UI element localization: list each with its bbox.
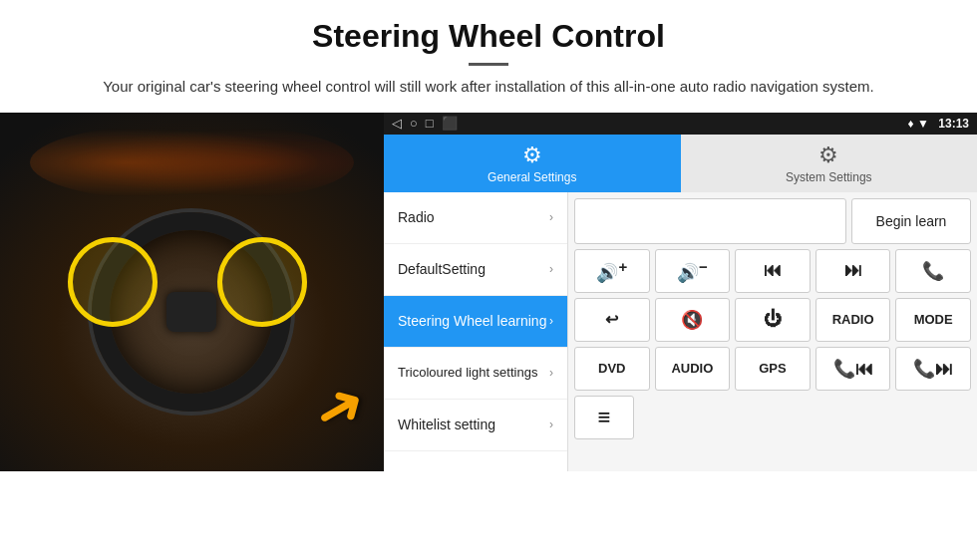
audio-button[interactable]: AUDIO (655, 347, 731, 391)
control-row-4: ≡ (574, 396, 971, 439)
page-subtitle: Your original car's steering wheel contr… (40, 76, 937, 99)
home-nav-icon[interactable]: ○ (410, 116, 418, 131)
mute-icon: 🔇 (681, 309, 703, 331)
menu-list-icon: ≡ (598, 405, 611, 430)
status-bar-nav: ◁ ○ □ ⬛ (392, 116, 458, 131)
page-header: Steering Wheel Control Your original car… (0, 0, 977, 109)
phone-answer-button[interactable]: 📞 (895, 249, 971, 293)
menu-default-label: DefaultSetting (398, 261, 486, 277)
tel-prev-icon: 📞⏮ (833, 358, 873, 380)
mode-label: MODE (914, 312, 953, 327)
screenshot-nav-icon[interactable]: ⬛ (442, 116, 458, 131)
next-track-button[interactable]: ⏭ (815, 249, 891, 293)
radio-button[interactable]: RADIO (815, 298, 891, 342)
tab-system-label: System Settings (786, 170, 872, 184)
headunit: ◁ ○ □ ⬛ ♦ ▼ 13:13 ⚙ General Settings ⚙ S… (384, 113, 977, 471)
menu-steering-label: Steering Wheel learning (398, 313, 546, 329)
back-nav-icon[interactable]: ◁ (392, 116, 402, 131)
radio-label: RADIO (832, 312, 874, 327)
prev-track-button[interactable]: ⏮ (735, 249, 811, 293)
menu-icon-button[interactable]: ≡ (574, 396, 634, 439)
car-image-area: ➜ (0, 113, 384, 471)
chevron-icon: › (549, 210, 553, 224)
header-divider (469, 63, 508, 66)
control-row-3: DVD AUDIO GPS 📞⏮ 📞⏭ (574, 347, 971, 391)
chevron-icon: › (549, 262, 553, 276)
gps-icon: ♦ (908, 117, 914, 131)
menu-list: Radio › DefaultSetting › Steering Wheel … (384, 192, 568, 471)
menu-tricoloured-label: Tricoloured light settings (398, 365, 537, 382)
tel-next-button[interactable]: 📞⏭ (895, 347, 971, 391)
menu-item-steering[interactable]: Steering Wheel learning › (384, 296, 567, 348)
dvd-button[interactable]: DVD (574, 347, 650, 391)
control-row-2: ↩ 🔇 ⏻ RADIO MODE (574, 298, 971, 342)
signal-icon: ▼ (917, 117, 929, 131)
control-row-1: 🔊+ 🔊− ⏮ ⏭ 📞 (574, 249, 971, 293)
next-track-icon: ⏭ (844, 260, 862, 281)
status-bar: ◁ ○ □ ⬛ ♦ ▼ 13:13 (384, 113, 977, 135)
menu-item-default[interactable]: DefaultSetting › (384, 244, 567, 296)
menu-whitelist-label: Whitelist setting (398, 417, 495, 432)
menu-item-whitelist[interactable]: Whitelist setting › (384, 400, 567, 451)
menu-item-tricoloured[interactable]: Tricoloured light settings › (384, 348, 567, 400)
hang-up-icon: ↩ (605, 310, 618, 329)
chevron-icon: › (549, 418, 553, 431)
chevron-icon: › (549, 366, 553, 380)
clock: 13:13 (938, 117, 969, 131)
controls-panel: Begin learn 🔊+ 🔊− ⏮ ⏭ (568, 192, 977, 471)
tel-prev-button[interactable]: 📞⏮ (815, 347, 891, 391)
highlight-circle-right (217, 237, 307, 327)
gps-label: GPS (759, 361, 786, 376)
menu-radio-label: Radio (398, 209, 435, 225)
top-row: Begin learn (574, 198, 971, 244)
learning-text-input[interactable] (574, 198, 846, 244)
page-title: Steering Wheel Control (40, 18, 937, 55)
hang-up-button[interactable]: ↩ (574, 298, 650, 342)
tab-general-settings[interactable]: ⚙ General Settings (384, 135, 681, 192)
steering-wheel-center (166, 292, 216, 332)
menu-item-radio[interactable]: Radio › (384, 192, 567, 244)
mute-button[interactable]: 🔇 (655, 298, 731, 342)
system-settings-icon: ⚙ (818, 142, 838, 168)
power-button[interactable]: ⏻ (735, 298, 811, 342)
gear-icon: ⚙ (522, 142, 542, 168)
tab-system-settings[interactable]: ⚙ System Settings (681, 135, 978, 192)
recent-nav-icon[interactable]: □ (426, 116, 434, 131)
mode-button[interactable]: MODE (895, 298, 971, 342)
highlight-circle-left (68, 237, 158, 327)
power-icon: ⏻ (764, 309, 782, 330)
main-content: ➜ ◁ ○ □ ⬛ ♦ ▼ 13:13 ⚙ General Settings (0, 113, 977, 471)
audio-label: AUDIO (671, 361, 713, 376)
begin-learn-button[interactable]: Begin learn (851, 198, 971, 244)
menu-controls: Radio › DefaultSetting › Steering Wheel … (384, 192, 977, 471)
vol-down-button[interactable]: 🔊− (655, 249, 731, 293)
status-bar-right: ♦ ▼ 13:13 (908, 117, 969, 131)
prev-track-icon: ⏮ (764, 260, 782, 281)
tab-bar: ⚙ General Settings ⚙ System Settings (384, 135, 977, 192)
vol-up-icon: 🔊+ (596, 258, 627, 284)
vol-up-button[interactable]: 🔊+ (574, 249, 650, 293)
phone-icon: 📞 (922, 260, 944, 282)
tel-next-icon: 📞⏭ (913, 358, 953, 380)
chevron-icon: › (549, 314, 553, 328)
dvd-label: DVD (598, 361, 625, 376)
dashboard-glow (30, 123, 354, 202)
vol-down-icon: 🔊− (677, 258, 708, 284)
gps-button[interactable]: GPS (735, 347, 811, 391)
tab-general-label: General Settings (488, 170, 576, 184)
